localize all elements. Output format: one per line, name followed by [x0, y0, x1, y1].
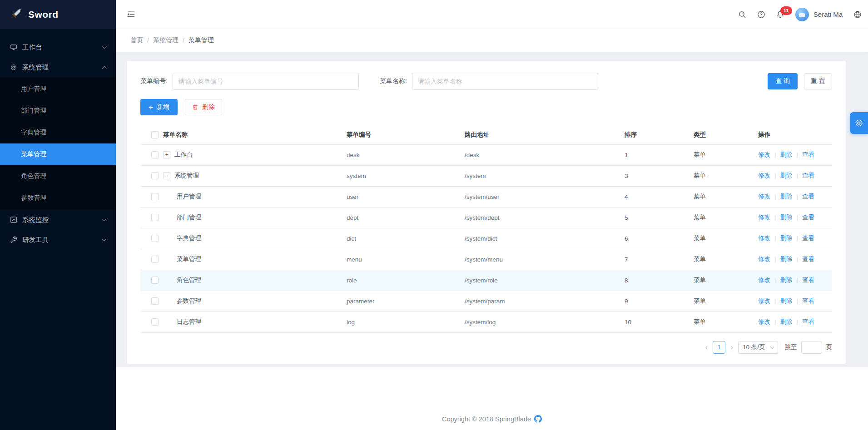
action-delete[interactable]: 删除 — [780, 318, 793, 325]
select-all-checkbox[interactable] — [151, 131, 159, 138]
settings-gear-button[interactable] — [850, 112, 868, 134]
action-edit[interactable]: 修改 — [758, 193, 770, 200]
row-checkbox[interactable] — [151, 318, 159, 326]
row-checkbox[interactable] — [151, 235, 159, 242]
action-edit[interactable]: 修改 — [758, 277, 770, 283]
app-logo[interactable]: Sword — [0, 0, 116, 29]
table-row: 日志管理 log /system/log 10 菜单 修改|删除|查看 — [140, 311, 832, 332]
action-view[interactable]: 查看 — [802, 256, 814, 262]
sidebar-item-dict-mgmt[interactable]: 字典管理 — [0, 122, 116, 143]
menu-name-value: 系统管理 — [174, 172, 199, 179]
menu-code-input[interactable] — [173, 73, 359, 90]
menu-name-value: 部门管理 — [177, 214, 201, 221]
action-view[interactable]: 查看 — [802, 277, 814, 283]
notification-bell-icon[interactable]: 11 — [776, 10, 784, 19]
menu-fold-icon[interactable] — [127, 10, 135, 19]
sidebar-item-role-mgmt[interactable]: 角色管理 — [0, 165, 116, 187]
action-edit[interactable]: 修改 — [758, 318, 770, 325]
prev-page-button[interactable]: ‹ — [704, 343, 709, 351]
type-value: 菜单 — [694, 291, 758, 311]
route-path-value: /system/dict — [465, 228, 625, 249]
menu-name-value: 参数管理 — [177, 297, 201, 304]
sidebar-item-user-mgmt[interactable]: 用户管理 — [0, 78, 116, 100]
action-view[interactable]: 查看 — [802, 193, 814, 200]
pagination: ‹ 1 › 10 条/页 跳至 页 — [140, 341, 832, 354]
menu-code-value: log — [347, 311, 465, 332]
action-view[interactable]: 查看 — [802, 214, 814, 221]
action-edit[interactable]: 修改 — [758, 172, 770, 179]
route-path-value: /system/param — [465, 291, 625, 311]
add-button[interactable]: + 新增 — [140, 99, 178, 115]
sidebar-item-param-mgmt[interactable]: 参数管理 — [0, 187, 116, 209]
action-view[interactable]: 查看 — [802, 235, 814, 242]
row-checkbox[interactable] — [151, 277, 159, 284]
globe-language-icon[interactable] — [853, 10, 862, 19]
row-checkbox[interactable] — [151, 193, 159, 200]
action-delete[interactable]: 删除 — [780, 193, 793, 200]
user-menu[interactable]: Serati Ma — [795, 8, 843, 21]
menu-name-input[interactable] — [412, 73, 598, 90]
sort-value: 8 — [625, 270, 694, 291]
table-row: 部门管理 dept /system/dept 5 菜单 修改|删除|查看 — [140, 207, 832, 228]
delete-button[interactable]: 删除 — [185, 99, 222, 115]
action-edit[interactable]: 修改 — [758, 297, 770, 304]
action-delete[interactable]: 删除 — [780, 277, 793, 283]
action-edit[interactable]: 修改 — [758, 151, 770, 158]
action-delete[interactable]: 删除 — [780, 256, 793, 262]
action-separator: | — [774, 318, 776, 325]
sidebar-item-system[interactable]: 系统管理 — [0, 57, 116, 77]
row-checkbox[interactable] — [151, 214, 159, 221]
content-wrapper: 菜单编号: 菜单名称: 查 询 重 置 + 新增 — [116, 52, 868, 367]
chevron-down-icon — [102, 44, 107, 49]
action-view[interactable]: 查看 — [802, 172, 814, 179]
action-delete[interactable]: 删除 — [780, 172, 793, 179]
action-delete[interactable]: 删除 — [780, 235, 793, 242]
action-edit[interactable]: 修改 — [758, 235, 770, 242]
sidebar-item-label: 工作台 — [22, 43, 98, 52]
action-view[interactable]: 查看 — [802, 151, 814, 158]
next-page-button[interactable]: › — [729, 343, 734, 351]
reset-button[interactable]: 重 置 — [804, 73, 832, 89]
route-path-value: /system/role — [465, 270, 625, 291]
search-button[interactable]: 查 询 — [768, 73, 798, 89]
sort-value: 4 — [625, 186, 694, 207]
sidebar-item-monitor[interactable]: 系统监控 — [0, 210, 116, 230]
action-edit[interactable]: 修改 — [758, 214, 770, 221]
action-delete[interactable]: 删除 — [780, 297, 793, 304]
breadcrumb-separator: / — [147, 37, 149, 44]
main-area: 11 Serati Ma 首页 / 系统管理 / 菜单管理 菜单编号: — [116, 0, 868, 430]
sidebar-menu: 工作台 系统管理 用户管理 部门管理 字典管理 菜单管理 角色管理 参数管理 系… — [0, 29, 116, 430]
row-checkbox[interactable] — [151, 172, 159, 179]
github-icon[interactable] — [534, 415, 542, 423]
sort-value: 9 — [625, 291, 694, 311]
row-checkbox[interactable] — [151, 297, 159, 305]
breadcrumb-system[interactable]: 系统管理 — [153, 36, 179, 44]
expand-toggle[interactable]: + — [163, 151, 170, 158]
expand-toggle[interactable]: - — [163, 172, 170, 179]
sidebar-item-menu-mgmt[interactable]: 菜单管理 — [0, 143, 116, 165]
table-row: -系统管理 system /system 3 菜单 修改|删除|查看 — [140, 165, 832, 186]
sidebar-item-devtools[interactable]: 研发工具 — [0, 230, 116, 250]
action-separator: | — [774, 193, 776, 200]
action-edit[interactable]: 修改 — [758, 256, 770, 262]
menu-name-value: 工作台 — [174, 151, 193, 158]
sort-value: 3 — [625, 165, 694, 186]
sidebar-item-dept-mgmt[interactable]: 部门管理 — [0, 100, 116, 122]
action-view[interactable]: 查看 — [802, 318, 814, 325]
sort-value: 6 — [625, 228, 694, 249]
jump-page-input[interactable] — [801, 341, 822, 354]
action-delete[interactable]: 删除 — [780, 151, 793, 158]
action-view[interactable]: 查看 — [802, 297, 814, 304]
page-size-select[interactable]: 10 条/页 — [738, 341, 778, 354]
current-page[interactable]: 1 — [713, 341, 725, 354]
route-path-value: /system/menu — [465, 249, 625, 270]
sort-value: 7 — [625, 249, 694, 270]
row-checkbox[interactable] — [151, 256, 159, 263]
breadcrumb-home[interactable]: 首页 — [130, 36, 143, 44]
action-delete[interactable]: 删除 — [780, 214, 793, 221]
help-icon[interactable] — [757, 10, 765, 19]
sidebar-item-workbench[interactable]: 工作台 — [0, 37, 116, 57]
content: 菜单编号: 菜单名称: 查 询 重 置 + 新增 — [116, 52, 868, 430]
row-checkbox[interactable] — [151, 151, 159, 158]
search-icon[interactable] — [738, 10, 746, 19]
